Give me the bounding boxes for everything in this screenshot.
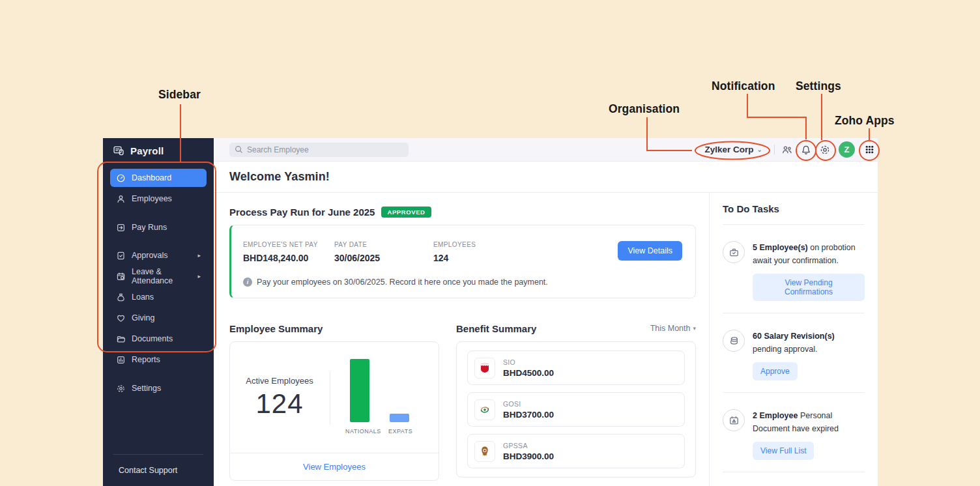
todo-divider xyxy=(723,392,865,393)
todo-task-salary-revision: 60 Salary Revision(s) pending approval. … xyxy=(723,330,865,380)
page-title: Welcome Yasmin! xyxy=(229,170,330,184)
welcome-row: Welcome Yasmin! xyxy=(214,162,878,193)
task-bold: 2 Employee xyxy=(753,411,798,420)
gosi-logo-icon xyxy=(474,399,495,420)
employees-count-field: EMPLOYEES 124 xyxy=(433,241,476,263)
bahrain-emblem-icon xyxy=(474,358,495,379)
sidebar-item-employees[interactable]: Employees xyxy=(110,190,207,208)
payrun-note: i Pay your employees on 30/06/2025. Reco… xyxy=(243,278,548,287)
search-input[interactable] xyxy=(247,145,403,154)
organisation-dropdown[interactable]: Zylker Corp ⌄ xyxy=(705,145,762,154)
active-employees-count: 124 xyxy=(255,388,303,420)
employee-bar-chart: NATIONALS EXPATS xyxy=(341,342,439,453)
annotation-sidebar-label: Sidebar xyxy=(158,88,201,102)
topbar: Zylker Corp ⌄ Z xyxy=(214,138,878,162)
chevron-right-icon: ▸ xyxy=(197,252,201,259)
loans-icon xyxy=(116,293,126,302)
notification-bell-icon[interactable] xyxy=(800,144,812,156)
screenshot-stage: Sidebar Organisation Notification Settin… xyxy=(0,0,980,486)
sidebar-item-settings[interactable]: Settings xyxy=(110,379,207,397)
sidebar-item-reports[interactable]: Reports xyxy=(110,350,207,369)
benefit-value: BHD4500.00 xyxy=(503,368,554,378)
search-box[interactable] xyxy=(229,143,409,157)
active-employees-block: Active Employees 124 xyxy=(230,342,329,453)
task-bold: 60 Salary Revision(s) xyxy=(753,332,835,341)
chevron-right-icon: ▸ xyxy=(197,273,201,279)
todo-task-probation: 5 Employee(s) on probotion await your co… xyxy=(723,241,865,301)
calendar-alert-icon xyxy=(723,409,745,431)
field-value: BHD148,240.00 xyxy=(243,253,334,263)
approve-button[interactable]: Approve xyxy=(753,362,798,380)
employee-card-footer: View Employees xyxy=(230,453,439,480)
view-full-list-button[interactable]: View Full List xyxy=(753,442,814,460)
user-avatar[interactable]: Z xyxy=(839,141,855,158)
payrun-fields: EMPLOYEE'S NET PAY BHD148,240.00 PAY DAT… xyxy=(243,241,682,263)
task-text: 2 Employee Personal Document have expire… xyxy=(753,409,865,435)
employee-summary-card: Active Employees 124 NATIONALS EXPATS xyxy=(229,341,439,481)
sidebar-item-giving[interactable]: Giving xyxy=(110,309,207,327)
nationals-bar xyxy=(350,359,369,422)
leave-attendance-icon xyxy=(116,272,126,281)
info-icon: i xyxy=(243,278,252,287)
view-details-button[interactable]: View Details xyxy=(618,241,682,261)
todo-divider xyxy=(723,313,865,313)
organisation-name: Zylker Corp xyxy=(705,145,754,154)
sidebar-item-label: Settings xyxy=(132,384,161,393)
sidebar-item-loans[interactable]: Loans xyxy=(110,288,207,306)
view-pending-confirmations-button[interactable]: View Pending Confirmations xyxy=(753,274,865,301)
benefit-filter-dropdown[interactable]: This Month ▾ xyxy=(650,324,696,333)
benefit-row-gpssa: GPSSA BHD3900.00 xyxy=(467,434,685,468)
pay-date-field: PAY DATE 30/06/2025 xyxy=(334,241,433,263)
field-label: EMPLOYEE'S NET PAY xyxy=(243,241,334,248)
net-pay-field: EMPLOYEE'S NET PAY BHD148,240.00 xyxy=(243,241,334,263)
benefit-summary-section: Benefit Summary This Month ▾ xyxy=(456,322,696,481)
documents-icon xyxy=(116,334,126,344)
sidebar-item-documents[interactable]: Documents xyxy=(110,330,207,348)
annotation-settings-label: Settings xyxy=(796,79,841,93)
task-rest: pending approval. xyxy=(753,345,817,354)
card-divider xyxy=(330,371,330,425)
sidebar-item-label: Employees xyxy=(132,194,172,203)
topbar-divider xyxy=(774,145,775,154)
benefit-value: BHD3700.00 xyxy=(503,410,554,420)
settings-gear-icon[interactable] xyxy=(819,144,831,156)
brand: Payroll xyxy=(103,138,214,163)
annotation-zoho-apps-label: Zoho Apps xyxy=(835,114,895,128)
benefit-label: SIO xyxy=(503,358,554,366)
expats-axis-label: EXPATS xyxy=(388,428,412,435)
todo-panel: To Do Tasks 5 Employee(s) on probotion a… xyxy=(709,193,878,486)
brand-name: Payroll xyxy=(130,145,164,156)
payrun-title: Process Pay Run for June 2025 xyxy=(229,207,375,218)
benefit-summary-title: Benefit Summary xyxy=(456,323,536,334)
benefit-value: BHD3900.00 xyxy=(503,451,554,461)
payrun-card: EMPLOYEE'S NET PAY BHD148,240.00 PAY DAT… xyxy=(229,225,696,298)
sidebar-item-label: Giving xyxy=(132,313,154,322)
zoho-apps-grid-icon[interactable] xyxy=(863,144,875,156)
app-body: Zylker Corp ⌄ Z xyxy=(214,138,878,486)
task-text: 60 Salary Revision(s) pending approval. xyxy=(753,330,865,356)
active-employees-label: Active Employees xyxy=(246,376,313,386)
sidebar-item-leave-attendance[interactable]: Leave & Attendance ▸ xyxy=(110,267,207,285)
todo-task-expired-documents: 2 Employee Personal Document have expire… xyxy=(723,409,865,460)
sidebar-nav: Dashboard Employees Pay Runs Approvals ▸ xyxy=(103,163,214,438)
sidebar-item-label: Documents xyxy=(132,334,173,343)
task-text: 5 Employee(s) on probotion await your co… xyxy=(753,241,865,267)
sidebar-item-pay-runs[interactable]: Pay Runs xyxy=(110,218,207,236)
view-employees-link[interactable]: View Employees xyxy=(303,462,366,472)
referral-users-icon[interactable] xyxy=(781,144,793,156)
sidebar-item-label: Approvals xyxy=(132,251,168,260)
todo-title: To Do Tasks xyxy=(723,203,779,214)
sidebar-item-approvals[interactable]: Approvals ▸ xyxy=(110,246,207,264)
benefit-label: GOSI xyxy=(503,400,554,408)
benefit-summary-card: SIO BHD4500.00 GOSI xyxy=(456,341,696,478)
employee-summary-title: Employee Summary xyxy=(229,323,323,334)
employees-icon xyxy=(116,194,126,204)
contact-support-link[interactable]: Contact Support xyxy=(103,455,214,486)
sidebar-item-dashboard[interactable]: Dashboard xyxy=(110,169,207,187)
annotation-organisation-label: Organisation xyxy=(609,102,680,116)
uae-emblem-icon xyxy=(474,441,495,462)
approvals-icon xyxy=(116,251,126,261)
field-label: EMPLOYEES xyxy=(433,241,476,248)
payroll-logo-icon xyxy=(113,145,125,157)
sidebar-item-label: Reports xyxy=(132,355,160,364)
